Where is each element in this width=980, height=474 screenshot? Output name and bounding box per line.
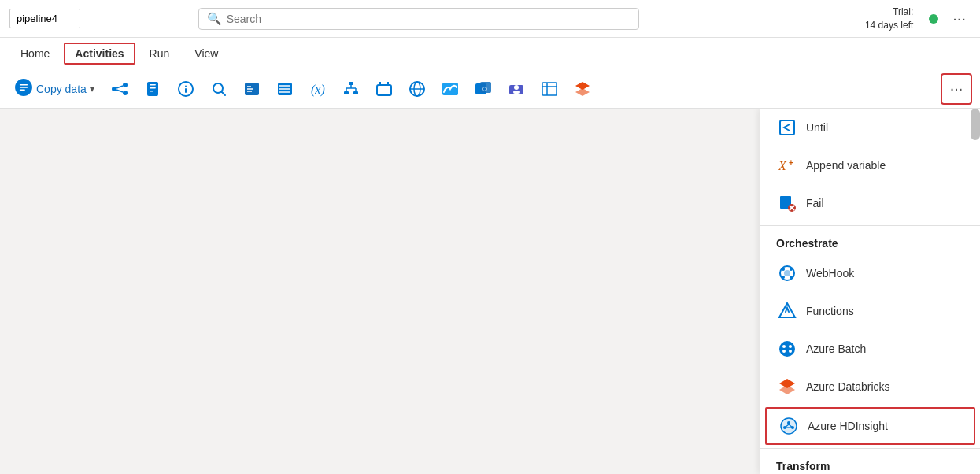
svg-line-5 xyxy=(116,90,123,92)
divider-2 xyxy=(760,448,980,449)
webhook-icon xyxy=(776,262,798,284)
search-icon-btn[interactable] xyxy=(205,75,233,103)
copy-data-button[interactable]: Copy data ▾ xyxy=(8,75,101,102)
svg-point-63 xyxy=(779,341,795,357)
until-icon xyxy=(776,117,798,139)
web-icon-btn[interactable] xyxy=(403,75,431,103)
transform-section-label: Transform xyxy=(760,452,980,474)
azure-hdinsight-item[interactable]: Azure HDInsight xyxy=(765,407,975,445)
until-label: Until xyxy=(806,121,828,134)
copy-data-icon xyxy=(14,78,33,99)
outlook-icon-btn[interactable]: O xyxy=(469,75,497,103)
svg-point-1 xyxy=(112,87,116,91)
svg-rect-24 xyxy=(349,82,353,85)
menu-home[interactable]: Home xyxy=(9,43,61,65)
svg-rect-9 xyxy=(150,91,153,92)
menu-view[interactable]: View xyxy=(183,43,229,65)
svg-point-42 xyxy=(514,85,519,90)
azure-databricks-label: Azure Databricks xyxy=(806,380,890,393)
dropdown-scrollbar[interactable] xyxy=(971,109,980,140)
search-input[interactable] xyxy=(227,13,631,25)
script-icon-btn[interactable] xyxy=(238,75,266,103)
fail-item[interactable]: Fail xyxy=(760,184,980,222)
svg-marker-69 xyxy=(779,385,795,394)
svg-point-61 xyxy=(790,276,793,279)
azure-hdinsight-icon xyxy=(778,415,800,437)
svg-point-60 xyxy=(782,276,785,279)
svg-rect-6 xyxy=(147,82,158,96)
svg-rect-26 xyxy=(353,91,358,94)
until-item[interactable]: Until xyxy=(760,109,980,146)
svg-point-3 xyxy=(123,91,128,95)
azure-batch-label: Azure Batch xyxy=(806,343,866,355)
svg-rect-25 xyxy=(344,91,349,94)
search-bar[interactable]: 🔍 xyxy=(198,8,639,30)
table-icon-btn[interactable] xyxy=(535,75,564,103)
top-more-button[interactable]: ··· xyxy=(948,6,971,31)
fail-icon xyxy=(776,192,798,214)
svg-rect-8 xyxy=(150,87,156,89)
svg-rect-49 xyxy=(780,120,794,135)
layers-icon-btn[interactable] xyxy=(568,75,597,103)
menu-bar: Home Activities Run View xyxy=(0,38,980,69)
svg-point-67 xyxy=(789,350,792,353)
svg-text:X: X xyxy=(778,159,787,172)
svg-point-58 xyxy=(782,268,785,271)
azure-batch-item[interactable]: Azure Batch xyxy=(760,330,980,368)
pipeline-name-input[interactable]: pipeline4 xyxy=(9,9,80,28)
svg-text:(x): (x) xyxy=(311,83,325,97)
copy-data-chevron: ▾ xyxy=(90,83,94,94)
azure-batch-icon xyxy=(776,338,798,360)
svg-text:O: O xyxy=(482,85,487,93)
append-variable-item[interactable]: X + Append variable xyxy=(760,146,980,184)
svg-rect-31 xyxy=(377,85,391,95)
menu-run[interactable]: Run xyxy=(139,43,181,65)
variable-icon-btn[interactable]: (x) xyxy=(304,75,332,103)
menu-activities[interactable]: Activities xyxy=(64,43,135,65)
more-activities-button[interactable]: ··· xyxy=(941,73,972,105)
status-dot xyxy=(929,14,938,24)
append-variable-icon: X + xyxy=(776,154,798,176)
svg-marker-62 xyxy=(779,303,795,317)
hierarchy-icon-btn[interactable] xyxy=(337,75,365,103)
azure-databricks-item[interactable]: Azure Databricks xyxy=(760,368,980,405)
svg-line-4 xyxy=(116,86,123,88)
container-icon-btn[interactable] xyxy=(370,75,398,103)
orchestrate-section-label: Orchestrate xyxy=(760,229,980,254)
webhook-item[interactable]: WebHook xyxy=(760,254,980,292)
append-variable-label: Append variable xyxy=(806,159,886,172)
divider-1 xyxy=(760,225,980,226)
stream-icon-btn[interactable] xyxy=(436,75,464,103)
canvas-area: Until X + Append variable Fa xyxy=(0,109,980,474)
svg-point-65 xyxy=(789,345,792,348)
fail-label: Fail xyxy=(806,197,824,209)
svg-point-11 xyxy=(185,85,187,87)
svg-point-66 xyxy=(782,350,786,353)
azure-databricks-icon xyxy=(776,376,798,398)
functions-label: Functions xyxy=(806,305,854,317)
trial-info: Trial: 14 days left xyxy=(865,6,913,32)
svg-marker-48 xyxy=(575,88,590,96)
notebook-icon-btn[interactable] xyxy=(139,75,167,103)
svg-rect-44 xyxy=(542,83,557,95)
svg-line-14 xyxy=(221,91,225,95)
svg-point-72 xyxy=(787,421,790,424)
search-icon: 🔍 xyxy=(207,12,222,26)
dataflow-icon-btn[interactable] xyxy=(271,75,299,103)
copy-data-label: Copy data xyxy=(36,83,87,95)
svg-point-59 xyxy=(790,268,793,271)
svg-point-64 xyxy=(782,345,786,348)
functions-item[interactable]: Functions xyxy=(760,292,980,330)
teams-icon-btn[interactable] xyxy=(502,75,531,103)
webhook-label: WebHook xyxy=(806,267,854,280)
svg-point-2 xyxy=(123,83,128,87)
svg-text:+: + xyxy=(789,158,793,167)
azure-hdinsight-label: Azure HDInsight xyxy=(808,420,888,432)
svg-rect-43 xyxy=(513,91,520,94)
info-icon-btn[interactable] xyxy=(172,75,200,103)
pipeline-icon-btn[interactable] xyxy=(105,75,134,103)
activities-dropdown: Until X + Append variable Fa xyxy=(760,109,980,474)
svg-rect-12 xyxy=(185,88,187,93)
svg-point-57 xyxy=(784,270,790,276)
top-bar: pipeline4 🔍 Trial: 14 days left ··· xyxy=(0,0,980,38)
